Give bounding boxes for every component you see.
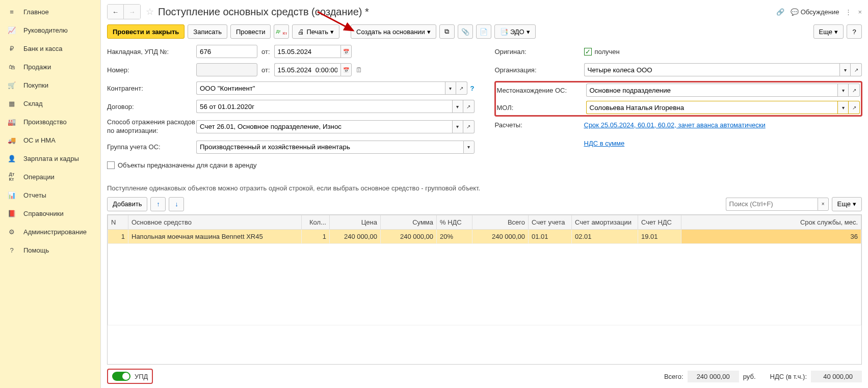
invoice-date-input[interactable] [274, 45, 340, 58]
attach-button[interactable]: 📎 [458, 24, 473, 39]
person-icon: 👤 [7, 154, 16, 163]
rent-checkbox[interactable] [107, 161, 115, 169]
col-total[interactable]: Всего [472, 215, 529, 229]
col-n[interactable]: N [108, 215, 128, 229]
favorite-star-icon[interactable]: ☆ [146, 6, 154, 17]
close-icon[interactable]: × [858, 8, 862, 16]
table-row[interactable]: 1 Напольная моечная машина Bennett XR45 … [108, 229, 861, 243]
timestamp-icon[interactable]: 🗓 [356, 66, 362, 74]
link-icon[interactable]: 🔗 [776, 8, 784, 16]
doc-date-input[interactable] [274, 63, 340, 76]
post-and-close-button[interactable]: Провести и закрыть [107, 24, 185, 39]
rent-label: Объекты предназначены для сдачи в аренду [118, 161, 256, 169]
open-icon[interactable]: ↗ [456, 81, 467, 95]
dtkt-button[interactable]: ДтКт [274, 24, 289, 39]
table-more-button[interactable]: Еще ▾ [832, 197, 862, 211]
calendar-icon-2[interactable]: 📅 [340, 63, 352, 76]
truck-icon: 🚚 [7, 135, 16, 145]
expense-label: Способ отражения расходов по амортизации… [107, 118, 196, 135]
more-icon[interactable]: ⋮ [845, 8, 852, 16]
sidebar-item-help[interactable]: ?Помощь [0, 241, 100, 259]
from-label-1: от: [261, 48, 270, 56]
upd-toggle[interactable] [112, 372, 130, 381]
sidebar-item-warehouse[interactable]: ▦Склад [0, 94, 100, 113]
invoice-no-input[interactable] [196, 45, 257, 58]
vat-total-value: 40 000,00 [811, 371, 862, 382]
sidebar-item-sales[interactable]: 🛍Продажи [0, 58, 100, 76]
sidebar-item-reports[interactable]: 📊Отчеты [0, 186, 100, 204]
col-acc[interactable]: Счет учета [529, 215, 572, 229]
book-icon: 📕 [7, 209, 16, 218]
open-icon[interactable]: ↗ [851, 63, 862, 76]
open-icon[interactable]: ↗ [463, 100, 475, 113]
add-row-button[interactable]: Добавить [107, 197, 147, 211]
structure-button[interactable]: ⧉ [439, 24, 455, 39]
original-label: Оригинал: [495, 48, 584, 56]
dropdown-icon[interactable]: ▾ [837, 101, 849, 114]
create-based-button[interactable]: Создать на основании ▾ [351, 24, 436, 39]
help-counterparty[interactable]: ? [470, 85, 475, 92]
col-vat-acc[interactable]: Счет НДС [638, 215, 681, 229]
calc-link[interactable]: Срок 25.05.2024, 60.01, 60.02, зачет ава… [584, 121, 766, 129]
sidebar-item-production[interactable]: 🏭Производство [0, 113, 100, 131]
col-vat-pct[interactable]: % НДС [437, 215, 472, 229]
calendar-icon[interactable]: 📅 [340, 45, 352, 58]
report-button[interactable]: 📄 [476, 24, 491, 39]
sidebar-item-bank[interactable]: ₽Банк и касса [0, 39, 100, 58]
sidebar-item-assets[interactable]: 🚚ОС и НМА [0, 131, 100, 149]
col-price[interactable]: Цена [330, 215, 381, 229]
sidebar-item-manager[interactable]: 📈Руководителю [0, 21, 100, 39]
sidebar-item-salary[interactable]: 👤Зарплата и кадры [0, 149, 100, 168]
counterparty-input[interactable] [196, 81, 445, 95]
move-up-button[interactable]: ↑ [150, 197, 166, 211]
expense-input[interactable] [196, 120, 452, 133]
discuss-link[interactable]: 💬 Обсуждение [791, 8, 839, 16]
group-input[interactable] [196, 141, 463, 154]
dropdown-icon[interactable]: ▾ [452, 100, 463, 113]
post-button[interactable]: Провести [230, 24, 271, 39]
edo-button[interactable]: 📑 ЭДО ▾ [494, 24, 536, 39]
table-search-input[interactable] [726, 198, 818, 211]
mol-input[interactable] [586, 101, 838, 114]
vat-link[interactable]: НДС в сумме [584, 140, 625, 147]
contract-input[interactable] [196, 100, 452, 113]
col-amort[interactable]: Счет амортизации [572, 215, 638, 229]
sidebar-item-purchases[interactable]: 🛒Покупки [0, 76, 100, 94]
toolbar-more-button[interactable]: Еще ▾ [813, 24, 844, 39]
col-qty[interactable]: Кол... [302, 215, 330, 229]
col-sum[interactable]: Сумма [381, 215, 437, 229]
nav-forward-button[interactable]: → [124, 5, 140, 19]
open-icon[interactable]: ↗ [849, 84, 860, 97]
sidebar-item-directories[interactable]: 📕Справочники [0, 204, 100, 223]
dropdown-icon[interactable]: ▾ [837, 84, 849, 97]
open-icon[interactable]: ↗ [849, 101, 860, 114]
nav-back-button[interactable]: ← [108, 5, 124, 19]
location-input[interactable] [586, 84, 838, 97]
upd-label: УПД [135, 373, 148, 380]
from-label-2: от: [261, 66, 270, 74]
save-button[interactable]: Записать [188, 24, 227, 39]
grid-icon: ▦ [7, 99, 16, 108]
dropdown-icon[interactable]: ▾ [445, 81, 456, 95]
hint-text: Поступление одинаковых объектов можно от… [107, 184, 862, 192]
dropdown-icon[interactable]: ▾ [452, 120, 463, 133]
col-life[interactable]: Срок службы, мес. [681, 215, 861, 229]
toolbar-help-button[interactable]: ? [847, 24, 862, 39]
move-down-button[interactable]: ↓ [169, 197, 184, 211]
upd-highlight: УПД [107, 369, 153, 384]
sidebar-item-operations[interactable]: ДтКтОперации [0, 168, 100, 186]
open-icon[interactable]: ↗ [463, 120, 475, 133]
col-asset[interactable]: Основное средство [128, 215, 302, 229]
clear-search-button[interactable]: × [818, 198, 829, 211]
print-button[interactable]: 🖨 Печать ▾ [292, 24, 339, 39]
table: N Основное средство Кол... Цена Сумма % … [107, 214, 862, 365]
number-input[interactable] [196, 63, 257, 76]
sidebar-item-admin[interactable]: ⚙Администрирование [0, 223, 100, 241]
dropdown-icon[interactable]: ▾ [839, 63, 851, 76]
sidebar-item-main[interactable]: ≡Главное [0, 3, 100, 21]
org-input[interactable] [584, 63, 840, 76]
dropdown-icon[interactable]: ▾ [463, 141, 475, 154]
received-checkbox[interactable]: ✓ [584, 48, 592, 56]
table-toolbar: Добавить ↑ ↓ × Еще ▾ [107, 197, 862, 211]
footer: УПД Всего: 240 000,00 руб. НДС (в т.ч.):… [107, 365, 862, 388]
